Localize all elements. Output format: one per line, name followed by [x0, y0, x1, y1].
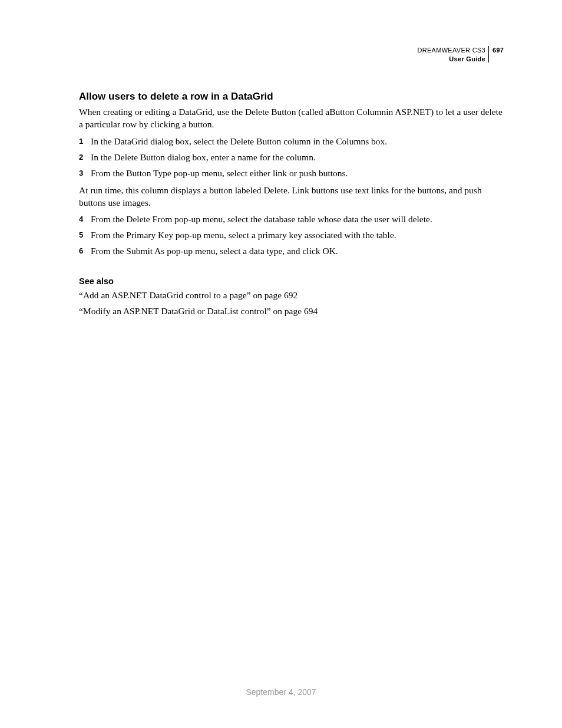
- header-guide: User Guide: [417, 55, 503, 64]
- mid-paragraph: At run time, this column displays a butt…: [79, 185, 503, 209]
- see-also-title: See also: [79, 276, 503, 286]
- step-number: 2: [79, 152, 83, 163]
- step-text: From the Button Type pop-up menu, select…: [91, 168, 348, 178]
- see-also-item-1: “Add an ASP.NET DataGrid control to a pa…: [79, 289, 503, 302]
- step-text: In the DataGrid dialog box, select the D…: [91, 136, 387, 146]
- header-page-number: 697: [489, 46, 503, 55]
- header-product: DREAMWEAVER CS3: [417, 46, 489, 55]
- step-4: 4 From the Delete From pop-up menu, sele…: [79, 213, 503, 226]
- step-number: 3: [79, 168, 83, 179]
- header-line-1: DREAMWEAVER CS3 697: [417, 46, 503, 55]
- step-number: 1: [79, 136, 83, 147]
- steps-list-a: 1 In the DataGrid dialog box, select the…: [79, 136, 503, 180]
- see-also-item-2: “Modify an ASP.NET DataGrid or DataList …: [79, 305, 503, 318]
- step-text: From the Delete From pop-up menu, select…: [91, 214, 432, 224]
- step-text: From the Primary Key pop-up menu, select…: [91, 230, 396, 240]
- section-title: Allow users to delete a row in a DataGri…: [79, 91, 503, 103]
- intro-paragraph: When creating or editing a DataGrid, use…: [79, 106, 503, 131]
- step-number: 6: [79, 246, 83, 256]
- step-1: 1 In the DataGrid dialog box, select the…: [79, 136, 503, 148]
- header-divider: [488, 46, 489, 62]
- step-5: 5 From the Primary Key pop-up menu, sele…: [79, 229, 503, 242]
- page-header: DREAMWEAVER CS3 697 User Guide: [417, 46, 503, 64]
- step-number: 5: [79, 230, 83, 241]
- step-text: From the Submit As pop-up menu, select a…: [91, 246, 338, 256]
- main-content: Allow users to delete a row in a DataGri…: [79, 91, 503, 321]
- steps-list-b: 4 From the Delete From pop-up menu, sele…: [79, 213, 503, 258]
- step-number: 4: [79, 214, 83, 225]
- step-6: 6 From the Submit As pop-up menu, select…: [79, 245, 503, 258]
- step-2: 2 In the Delete Button dialog box, enter…: [79, 151, 503, 164]
- footer-date: September 4, 2007: [0, 687, 562, 697]
- step-3: 3 From the Button Type pop-up menu, sele…: [79, 167, 503, 180]
- step-text: In the Delete Button dialog box, enter a…: [91, 152, 316, 162]
